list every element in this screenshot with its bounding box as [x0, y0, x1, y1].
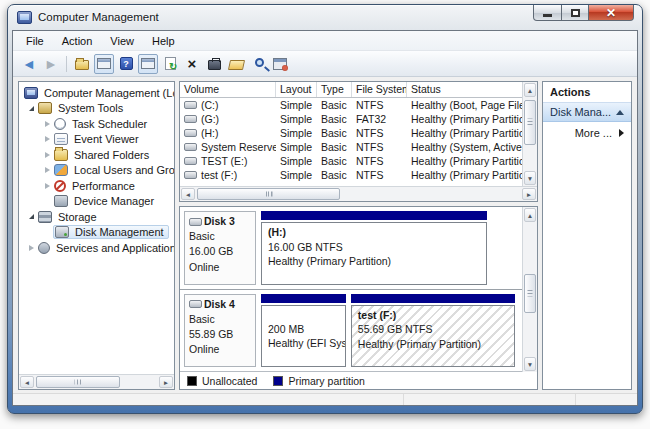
computer-management-window: Computer Management ✕ File Action View H… — [7, 4, 643, 414]
volume-list-header: Volume Layout Type File System Status — [180, 82, 522, 98]
scrollbar-thumb[interactable] — [197, 188, 340, 200]
drive-icon — [184, 157, 197, 165]
volume-vertical-scrollbar[interactable]: ▲ ▼ — [522, 82, 537, 186]
partition-h[interactable]: (H:) 16.00 GB NTFS Healthy (Primary Part… — [261, 211, 487, 285]
action-disk-management[interactable]: Disk Mana... — [543, 102, 631, 122]
collapse-arrow-icon[interactable] — [42, 167, 53, 173]
collapse-arrow-icon[interactable] — [42, 183, 53, 189]
tree-item-shared-folders[interactable]: Shared Folders — [19, 147, 174, 163]
drive-icon — [184, 129, 197, 137]
chevron-up-icon[interactable] — [616, 110, 624, 115]
chevron-right-icon[interactable] — [619, 129, 624, 137]
tree-item-disk-management[interactable]: Disk Management — [19, 225, 174, 241]
search-icon[interactable] — [248, 54, 268, 74]
tree-item-services-applications[interactable]: Services and Applications — [19, 240, 174, 256]
disk-management-icon — [55, 226, 69, 238]
properties-icon[interactable] — [204, 54, 224, 74]
volume-row[interactable]: (C:) Simple Basic NTFS Healthy (Boot, Pa… — [180, 98, 522, 112]
tree-item-device-manager[interactable]: Device Manager — [19, 194, 174, 210]
tree-item-computer-management[interactable]: Computer Management (Local — [19, 85, 174, 101]
scroll-right-icon[interactable]: ► — [522, 188, 536, 200]
export-folder-icon[interactable] — [72, 54, 92, 74]
volume-row[interactable]: System Reserved Simple Basic NTFS Health… — [180, 140, 522, 154]
disk-row-disk4: Disk 4 Basic 55.89 GB Online — [180, 290, 522, 373]
action-more[interactable]: More ... — [543, 122, 631, 144]
action-pane-icon[interactable] — [138, 54, 158, 74]
collapse-arrow-icon[interactable] — [42, 136, 53, 142]
volume-row[interactable]: TEST (E:) Simple Basic NTFS Healthy (Pri… — [180, 154, 522, 168]
back-icon[interactable]: ◄ — [19, 54, 39, 74]
scroll-up-icon[interactable]: ▲ — [524, 208, 536, 222]
disk3-label[interactable]: Disk 3 Basic 16.00 GB Online — [184, 211, 256, 285]
scroll-down-icon[interactable]: ▼ — [524, 171, 536, 185]
collapse-arrow-icon[interactable] — [42, 152, 53, 158]
column-header-filesystem[interactable]: File System — [352, 82, 407, 97]
menu-action[interactable]: Action — [53, 33, 102, 49]
volume-row[interactable]: (H:) Simple Basic NTFS Healthy (Primary … — [180, 126, 522, 140]
drive-icon — [184, 115, 197, 123]
volume-row[interactable]: (G:) Simple Basic FAT32 Healthy (Primary… — [180, 112, 522, 126]
tree-item-event-viewer[interactable]: Event Viewer — [19, 132, 174, 148]
disk-graphical-pane: Disk 3 Basic 16.00 GB Online — [179, 206, 538, 390]
partition-test-f[interactable]: test (F:) 55.69 GB NTFS Healthy (Primary… — [351, 294, 515, 368]
status-bar — [13, 393, 637, 405]
disk-icon — [189, 218, 202, 226]
primary-partition-strip — [261, 294, 346, 303]
column-header-volume[interactable]: Volume — [180, 82, 276, 97]
task-scheduler-icon — [54, 118, 66, 130]
refresh-icon[interactable]: ↻ — [160, 54, 180, 74]
volume-list-pane: Volume Layout Type File System Status (C… — [179, 81, 538, 202]
volume-row[interactable]: test (F:) Simple Basic NTFS Healthy (Pri… — [180, 168, 522, 182]
disk-vertical-scrollbar[interactable]: ▲ ▼ — [522, 207, 537, 372]
system-tools-icon — [38, 102, 52, 114]
close-button[interactable]: ✕ — [589, 5, 634, 21]
legend-primary-partition: Primary partition — [273, 375, 364, 387]
collapse-arrow-icon[interactable] — [42, 121, 53, 127]
window-settings-icon[interactable] — [270, 54, 290, 74]
tree-item-storage[interactable]: Storage — [19, 209, 174, 225]
disk4-label[interactable]: Disk 4 Basic 55.89 GB Online — [184, 294, 256, 368]
volume-horizontal-scrollbar[interactable]: ◄ ► — [180, 186, 537, 201]
scrollbar-thumb[interactable] — [524, 274, 536, 314]
window-system-icon[interactable] — [17, 11, 32, 24]
menu-view[interactable]: View — [101, 33, 143, 49]
scrollbar-thumb[interactable] — [36, 376, 120, 388]
collapse-arrow-icon[interactable] — [26, 245, 37, 251]
minimize-button[interactable] — [533, 5, 562, 21]
scroll-left-icon[interactable]: ◄ — [181, 188, 195, 200]
partition-efi[interactable]: 200 MB Healthy (EFI Syst — [261, 294, 346, 368]
menu-file[interactable]: File — [17, 33, 53, 49]
open-folder-icon[interactable] — [226, 54, 246, 74]
column-header-type[interactable]: Type — [317, 82, 352, 97]
tree-item-performance[interactable]: Performance — [19, 178, 174, 194]
close-icon: ✕ — [606, 6, 616, 20]
title-bar[interactable]: Computer Management ✕ — [8, 5, 642, 29]
forward-icon[interactable]: ► — [41, 54, 61, 74]
scroll-down-icon[interactable]: ▼ — [524, 357, 536, 371]
tree-horizontal-scrollbar[interactable]: ◄ ► — [19, 374, 174, 389]
partition-legend: Unallocated Primary partition — [180, 372, 537, 389]
services-icon — [38, 242, 50, 254]
scrollbar-thumb[interactable] — [524, 100, 536, 145]
scroll-up-icon[interactable]: ▲ — [524, 83, 536, 97]
help-icon[interactable]: ? — [116, 54, 136, 74]
computer-icon — [24, 87, 38, 99]
toolbar: ◄ ► ? ↻ × — [13, 51, 637, 77]
console-tree-icon[interactable] — [94, 54, 114, 74]
delete-icon[interactable]: × — [182, 54, 202, 74]
expand-arrow-icon[interactable] — [26, 214, 37, 219]
maximize-icon — [571, 9, 580, 17]
maximize-button[interactable] — [562, 5, 589, 21]
tree-item-system-tools[interactable]: System Tools — [19, 101, 174, 117]
scroll-left-icon[interactable]: ◄ — [20, 376, 34, 388]
actions-header: Actions — [543, 82, 631, 101]
disk-row-disk3: Disk 3 Basic 16.00 GB Online — [180, 207, 522, 290]
scroll-right-icon[interactable]: ► — [159, 376, 173, 388]
menu-help[interactable]: Help — [143, 33, 184, 49]
tree-item-task-scheduler[interactable]: Task Scheduler — [19, 116, 174, 132]
storage-icon — [38, 211, 52, 223]
column-header-status[interactable]: Status — [407, 82, 522, 97]
tree-item-local-users[interactable]: Local Users and Groups — [19, 163, 174, 179]
column-header-layout[interactable]: Layout — [276, 82, 317, 97]
expand-arrow-icon[interactable] — [26, 106, 37, 111]
